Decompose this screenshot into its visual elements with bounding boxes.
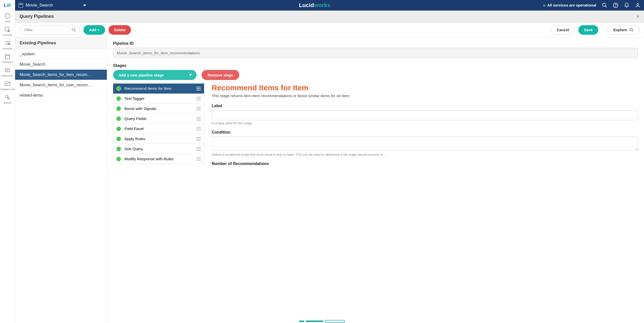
- add-button[interactable]: Add +: [83, 25, 105, 35]
- bell-icon[interactable]: [624, 3, 629, 8]
- brand-part2: works: [314, 2, 330, 8]
- nav-label: Analytics Hub: [0, 88, 15, 91]
- status-dot-icon: [116, 127, 121, 131]
- brand: Lucidworks: [299, 2, 330, 9]
- stage-item[interactable]: Text Tagger: [113, 94, 204, 104]
- stage-item[interactable]: Apply Rules: [113, 134, 204, 144]
- nav-analytics[interactable]: Analytics Hub: [0, 78, 15, 92]
- save-button[interactable]: Save: [578, 25, 598, 35]
- stage-item[interactable]: Recommend Items for Item: [113, 84, 204, 94]
- label-field-label: Label: [212, 104, 638, 108]
- label-help-text: A unique label for this stage.: [212, 121, 638, 125]
- nav-querying[interactable]: Querying: [0, 38, 15, 51]
- remove-stage-button[interactable]: Remove stage: [202, 70, 239, 80]
- stage-item[interactable]: Boost with Signals: [113, 104, 204, 114]
- drag-handle-icon[interactable]: [196, 117, 201, 120]
- condition-input[interactable]: [212, 137, 638, 151]
- index-icon: [4, 26, 11, 33]
- pipeline-id-label: Pipeline ID: [113, 41, 638, 46]
- drag-handle-icon[interactable]: [196, 87, 201, 90]
- progress-segment: [299, 320, 304, 322]
- progress-segment: [306, 320, 323, 322]
- drag-handle-icon[interactable]: [196, 107, 201, 110]
- nav-indexing[interactable]: Indexing: [0, 24, 15, 38]
- svg-point-12: [72, 28, 75, 31]
- gears-icon: [4, 94, 11, 101]
- add-stage-button[interactable]: Add a new pipeline stage: [113, 70, 197, 80]
- app-dropdown-caret[interactable]: [83, 5, 86, 6]
- stage-name: Boost with Signals: [124, 106, 196, 111]
- cancel-button[interactable]: Cancel: [551, 25, 575, 35]
- stage-item[interactable]: Modify Response with Rules: [113, 154, 204, 164]
- user-icon[interactable]: [635, 3, 640, 8]
- stage-name: Text Tagger: [124, 96, 196, 101]
- nav-apps[interactable]: Apps: [0, 11, 15, 24]
- stage-item[interactable]: Field Facet: [113, 124, 204, 134]
- page-header: Query Pipelines ×: [15, 11, 644, 23]
- explore-button[interactable]: Explore: [608, 25, 639, 35]
- detail-title: Recommend Items for Item: [212, 84, 638, 92]
- svg-rect-0: [5, 27, 9, 31]
- stage-item[interactable]: Solr Query: [113, 144, 204, 154]
- progress-segment: [325, 320, 345, 322]
- hexagon-icon: [4, 13, 11, 19]
- drag-handle-icon[interactable]: [196, 147, 201, 151]
- pipeline-item[interactable]: Movie_Search_items_for_user_recom…: [15, 80, 107, 90]
- nav-system[interactable]: System: [0, 92, 15, 106]
- status-dot-icon: [116, 96, 121, 101]
- status-dot-icon: [116, 157, 121, 161]
- stage-name: Apply Rules: [124, 137, 196, 141]
- nav-collections[interactable]: Collections: [0, 51, 15, 65]
- stage-name: Recommend Items for Item: [124, 86, 196, 91]
- condition-help-text: Define a conditional script that must re…: [212, 153, 638, 156]
- editor-panel: Pipeline ID Stages Add a new pipeline st…: [107, 37, 644, 323]
- nav-label: Apps: [5, 20, 10, 23]
- filter-input[interactable]: [20, 25, 80, 35]
- query-icon: [4, 40, 11, 46]
- stage-item[interactable]: Query Fields: [113, 114, 204, 124]
- toolbar: Add + Delete Cancel Save Explore: [15, 23, 644, 37]
- stage-name: Modify Response with Rules: [124, 157, 196, 161]
- label-input[interactable]: [212, 110, 638, 120]
- pipeline-item[interactable]: related-items: [15, 90, 107, 101]
- explore-label: Explore: [613, 28, 627, 32]
- page-title: Query Pipelines: [20, 14, 54, 19]
- nav-label: Indexing: [3, 33, 12, 36]
- search-icon[interactable]: [602, 3, 607, 8]
- add-stage-label: Add a new pipeline stage: [119, 73, 164, 77]
- stage-name: Query Fields: [124, 116, 196, 121]
- status-dot-icon: [116, 106, 121, 111]
- status-dot-icon: [116, 137, 121, 141]
- nav-label: System: [4, 101, 12, 104]
- delete-button[interactable]: Delete: [109, 25, 131, 35]
- drag-handle-icon[interactable]: [196, 157, 201, 161]
- stage-name: Solr Query: [124, 147, 196, 151]
- nav-label: Collections: [2, 61, 13, 63]
- drag-handle-icon[interactable]: [196, 137, 201, 141]
- drag-handle-icon[interactable]: [196, 97, 201, 100]
- status-dot-icon: [116, 116, 121, 121]
- icon-sidebar: LW Apps Indexing Querying Collections Re…: [0, 0, 15, 323]
- svg-point-10: [616, 7, 616, 7]
- pipeline-item[interactable]: _system: [15, 49, 107, 59]
- pipeline-item[interactable]: Movie_Search_items_for_item_recom…: [15, 70, 107, 80]
- stack-icon: [19, 3, 23, 8]
- status-dot-icon: [116, 86, 121, 91]
- stage-name: Field Facet: [124, 127, 196, 131]
- svg-point-13: [630, 28, 632, 31]
- nav-relevance[interactable]: Relevance: [0, 65, 15, 78]
- close-icon[interactable]: ×: [636, 13, 639, 20]
- svg-rect-4: [5, 69, 10, 72]
- drag-handle-icon[interactable]: [196, 127, 201, 131]
- pipeline-id-input: [113, 48, 638, 58]
- pipeline-item[interactable]: Movie_Search: [15, 59, 107, 70]
- detail-description: This stage returns item-item recommendat…: [212, 94, 638, 98]
- svg-point-8: [603, 3, 606, 7]
- condition-field-label: Condition: [212, 130, 638, 135]
- divider: [603, 25, 603, 35]
- status-dot-icon: [116, 147, 121, 151]
- help-icon[interactable]: [613, 3, 618, 8]
- svg-point-6: [6, 95, 8, 98]
- nav-label: Querying: [3, 47, 12, 50]
- chevron-down-icon: [189, 74, 192, 76]
